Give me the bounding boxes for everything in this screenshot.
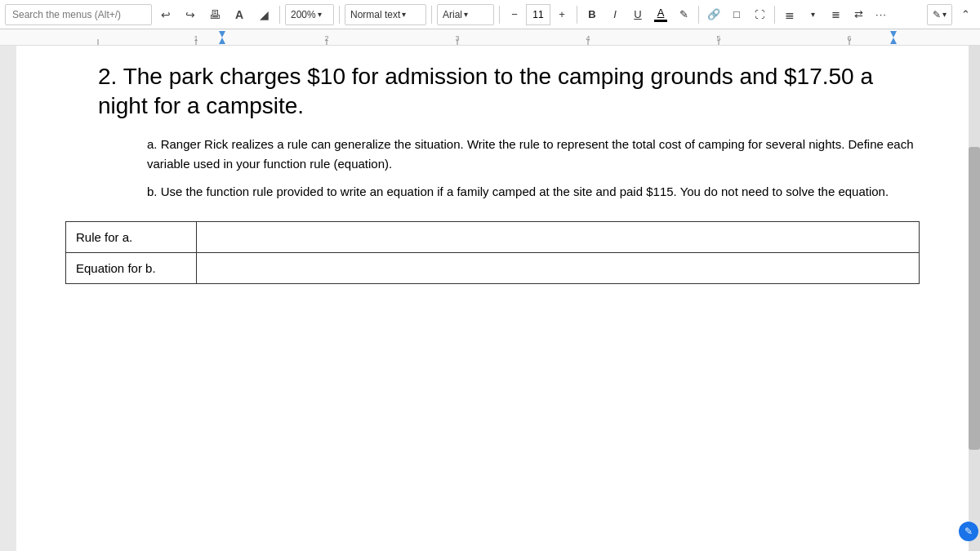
divider-1: [279, 6, 280, 24]
style-label: Normal text: [350, 9, 400, 20]
zoom-label: 200%: [291, 9, 316, 20]
subpart-b-label: b.: [147, 184, 158, 198]
collapse-button[interactable]: ⌃: [956, 4, 975, 25]
left-margin: [0, 46, 16, 551]
align-button[interactable]: ≣: [780, 4, 800, 25]
svg-marker-15: [890, 31, 897, 38]
paragraph-button[interactable]: ≣: [826, 4, 845, 25]
redo-icon[interactable]: ↪: [180, 4, 201, 25]
divider-2: [339, 6, 340, 24]
font-selector[interactable]: Arial ▾: [437, 4, 494, 25]
content-area: 2.​ The park charges $10 for admission t…: [0, 46, 980, 551]
question-number: 2.: [98, 64, 117, 89]
font-size-group: − +: [505, 4, 572, 25]
font-color-label: A: [657, 7, 665, 19]
ruler-svg: 1 2 3 4 5 6: [0, 29, 980, 46]
list-button-chevron[interactable]: ▾: [803, 4, 822, 25]
comment-button[interactable]: □: [727, 4, 746, 25]
spellcheck-icon[interactable]: A: [229, 4, 250, 25]
table-label-b: Equation for b.: [66, 252, 197, 283]
divider-3: [431, 6, 432, 24]
ruler-content: 1 2 3 4 5 6: [0, 29, 980, 45]
zoom-selector[interactable]: 200% ▾: [285, 4, 334, 25]
undo-icon[interactable]: ↩: [155, 4, 176, 25]
table-row-b: Equation for b.: [66, 252, 920, 283]
ruler: 1 2 3 4 5 6: [0, 29, 980, 46]
question-text: 2.​ The park charges $10 for admission t…: [98, 62, 920, 122]
link-button[interactable]: 🔗: [704, 4, 724, 25]
subpart-a-text: Ranger Rick realizes a rule can generali…: [147, 137, 914, 171]
font-chevron: ▾: [464, 10, 468, 19]
subparts: a. Ranger Rick realizes a rule can gener…: [147, 135, 920, 202]
pen-icon: ✎: [933, 9, 941, 20]
italic-button[interactable]: I: [605, 4, 625, 25]
question-body: The park charges $10 for admission to th…: [98, 64, 873, 118]
divider-5: [577, 6, 577, 24]
svg-marker-14: [219, 38, 225, 44]
answer-table: Rule for a. Equation for b.: [65, 221, 920, 284]
table-input-b[interactable]: [197, 252, 920, 283]
underline-button[interactable]: U: [628, 4, 648, 25]
search-input[interactable]: [5, 4, 152, 25]
image-button[interactable]: ⛶: [750, 4, 769, 25]
vertical-scrollbar-thumb[interactable]: [969, 147, 980, 450]
format-paint-icon[interactable]: ◢: [253, 4, 274, 25]
vertical-scrollbar-track[interactable]: [969, 46, 980, 551]
svg-marker-13: [219, 31, 225, 38]
style-selector[interactable]: Normal text ▾: [345, 4, 426, 25]
subpart-a-label: a.: [147, 137, 158, 151]
toolbar: ↩ ↪ 🖶 A ◢ 200% ▾ Normal text ▾ Arial ▾ −…: [0, 0, 980, 29]
divider-6: [698, 6, 699, 24]
increase-font-button[interactable]: +: [552, 4, 572, 25]
decrease-font-button[interactable]: −: [505, 4, 524, 25]
font-color-button[interactable]: A: [651, 4, 670, 25]
highlight-button[interactable]: ✎: [674, 4, 693, 25]
table-row-a: Rule for a.: [66, 221, 920, 252]
pen-chevron: ▾: [942, 10, 947, 19]
font-label: Arial: [443, 9, 462, 20]
more-options-button[interactable]: ···: [871, 4, 891, 25]
table-input-a[interactable]: [197, 221, 920, 252]
zoom-chevron: ▾: [318, 10, 322, 19]
font-color-bar: [654, 20, 667, 22]
line-spacing-button[interactable]: ⇄: [849, 4, 868, 25]
style-chevron: ▾: [402, 10, 406, 19]
table-label-a: Rule for a.: [66, 221, 197, 252]
print-icon[interactable]: 🖶: [204, 4, 225, 25]
divider-7: [774, 6, 775, 24]
subpart-b-text: Use the function rule provided to write …: [161, 184, 889, 198]
font-size-input[interactable]: [526, 4, 550, 25]
subpart-a: a. Ranger Rick realizes a rule can gener…: [147, 135, 920, 174]
right-margin: ✎: [969, 46, 980, 551]
document-page[interactable]: 2.​ The park charges $10 for admission t…: [16, 46, 969, 551]
pen-mode-button[interactable]: ✎ ▾: [927, 4, 952, 25]
divider-4: [499, 6, 500, 24]
subpart-b: b. Use the function rule provided to wri…: [147, 182, 920, 202]
bold-button[interactable]: B: [582, 4, 602, 25]
pen-corner-button[interactable]: ✎: [959, 522, 978, 541]
svg-marker-16: [890, 38, 897, 44]
